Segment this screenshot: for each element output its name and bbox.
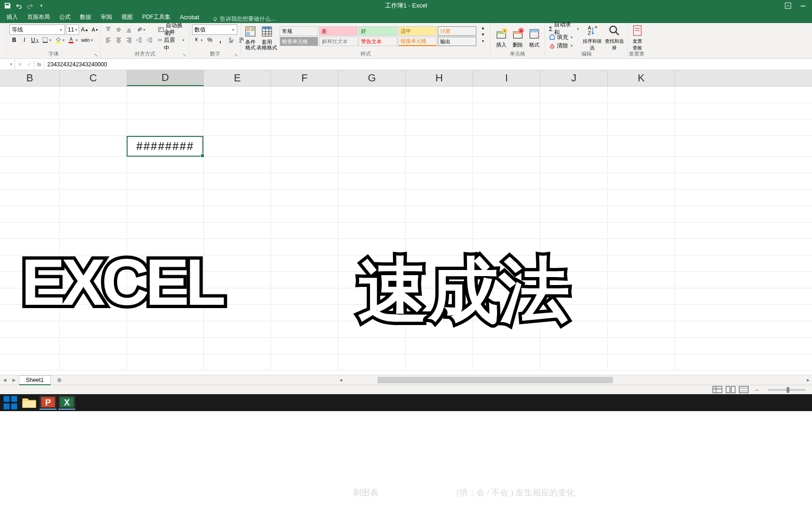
styles-more-icon[interactable]: ▾ — [478, 38, 488, 44]
file-explorer-icon[interactable] — [21, 396, 38, 410]
increase-decimal-icon[interactable]: .0.00 — [226, 35, 235, 45]
name-box[interactable]: ▼ — [0, 59, 15, 70]
tab-data[interactable]: 数据 — [75, 11, 96, 23]
invoice-check-button[interactable]: 发票 查验 — [631, 24, 644, 51]
percent-format-icon[interactable]: % — [205, 35, 215, 45]
sheet-nav-prev-icon[interactable]: ◄ — [0, 377, 9, 383]
cancel-formula-icon[interactable]: ✕ — [15, 59, 24, 70]
qat-customize-icon[interactable]: ▼ — [38, 2, 45, 9]
col-header-G[interactable]: G — [338, 70, 406, 86]
tell-me-search[interactable]: 告诉我您想要做什么... — [212, 15, 275, 23]
col-header-H[interactable]: H — [406, 70, 473, 86]
spreadsheet-grid[interactable]: B C D E F G H I J K ######## EXCEL 速成法 — [0, 70, 812, 375]
col-header-I[interactable]: I — [473, 70, 540, 86]
orientation-icon[interactable]: ab▼ — [135, 24, 147, 35]
sheet-tab-1[interactable]: Sheet1 — [19, 375, 51, 385]
style-normal[interactable]: 常规 — [280, 26, 318, 36]
ribbon-options-icon[interactable] — [785, 2, 791, 9]
zoom-out-icon[interactable]: − — [752, 386, 762, 394]
align-top-icon[interactable] — [104, 24, 113, 35]
number-dialog-launcher[interactable]: ⤡ — [234, 53, 239, 57]
fx-icon[interactable]: fx — [34, 62, 44, 67]
styles-up-icon[interactable]: ▲ — [478, 24, 488, 31]
increase-indent-icon[interactable] — [145, 35, 154, 45]
underline-button[interactable]: U▼ — [30, 35, 40, 45]
find-select-button[interactable]: 查找和选择 — [603, 24, 625, 51]
decrease-font-icon[interactable]: A▼ — [90, 24, 100, 35]
horizontal-scrollbar[interactable] — [349, 377, 804, 383]
col-header-B[interactable]: B — [0, 70, 60, 86]
style-calc[interactable]: 计算 — [438, 26, 476, 36]
excel-icon[interactable]: X — [58, 396, 75, 410]
font-color-button[interactable]: A▼ — [67, 35, 79, 45]
italic-button[interactable]: I — [20, 35, 29, 45]
font-name-selector[interactable]: 等线▼ — [9, 24, 65, 35]
scroll-right-icon[interactable]: ► — [804, 377, 812, 383]
view-normal-icon[interactable] — [712, 386, 723, 394]
accounting-format-icon[interactable]: ¥▼ — [192, 35, 204, 45]
sheet-nav-next-icon[interactable]: ► — [9, 377, 19, 383]
tab-layout[interactable]: 页面布局 — [23, 11, 55, 23]
col-header-D[interactable]: D — [127, 70, 204, 86]
style-explain[interactable]: 解释性文本 — [319, 37, 358, 46]
autosum-button[interactable]: Σ自动求和▼ — [548, 24, 580, 33]
align-bottom-icon[interactable] — [124, 24, 134, 35]
font-dialog-launcher[interactable]: ⤡ — [94, 53, 99, 57]
minimize-icon[interactable] — [800, 2, 806, 9]
insert-cells-button[interactable]: + 插入 — [493, 24, 509, 51]
bold-button[interactable]: B — [9, 35, 19, 45]
phonetic-button[interactable]: wén▼ — [80, 35, 94, 45]
decrease-indent-icon[interactable] — [135, 35, 144, 45]
number-format-selector[interactable]: 数值▼ — [192, 24, 237, 35]
border-button[interactable]: ▼ — [41, 35, 53, 45]
col-header-C[interactable]: C — [60, 70, 127, 86]
col-header-K[interactable]: K — [608, 70, 675, 86]
col-header-F[interactable]: F — [271, 70, 338, 86]
redo-icon[interactable] — [26, 2, 34, 9]
alignment-dialog-launcher[interactable]: ⤡ — [183, 53, 187, 57]
style-neutral[interactable]: 适中 — [398, 26, 437, 36]
clear-button[interactable]: 清除▼ — [548, 41, 580, 50]
sort-filter-button[interactable]: AZ 排序和筛选 — [581, 24, 603, 51]
tab-review[interactable]: 审阅 — [96, 11, 117, 23]
format-as-table-button[interactable]: 套用 表格格式 — [258, 24, 276, 51]
undo-icon[interactable] — [15, 2, 23, 9]
scroll-left-icon[interactable]: ◄ — [337, 377, 345, 383]
view-layout-icon[interactable] — [725, 386, 736, 394]
zoom-slider[interactable] — [768, 389, 805, 391]
style-bad[interactable]: 差 — [319, 26, 358, 36]
style-check[interactable]: 检查单元格 — [280, 37, 318, 46]
style-output[interactable]: 输出 — [438, 37, 476, 46]
tab-view[interactable]: 视图 — [117, 11, 137, 23]
fill-button[interactable]: 填充▼ — [548, 33, 580, 41]
align-left-icon[interactable] — [104, 35, 113, 45]
col-header-E[interactable]: E — [204, 70, 271, 86]
tab-formulas[interactable]: 公式 — [55, 11, 75, 23]
add-sheet-button[interactable]: ⊕ — [55, 375, 64, 385]
style-link[interactable]: 链接单元格 — [398, 37, 437, 46]
style-good[interactable]: 好 — [359, 26, 397, 36]
save-icon[interactable] — [4, 2, 11, 9]
formula-input[interactable]: 2343243242343240000 — [45, 61, 812, 68]
merge-center-button[interactable]: 合并后居中▼ — [157, 35, 186, 45]
comma-format-icon[interactable]: , — [216, 35, 225, 45]
conditional-format-button[interactable]: 条件格式 — [244, 24, 257, 51]
enter-formula-icon[interactable]: ✓ — [24, 59, 34, 70]
format-cells-button[interactable]: 格式 — [526, 24, 542, 51]
style-warn[interactable]: 警告文本 — [359, 37, 397, 46]
selected-cell-value[interactable]: ######## — [127, 136, 204, 156]
align-right-icon[interactable] — [124, 35, 134, 45]
svg-rect-3 — [215, 20, 216, 21]
font-size-selector[interactable]: 11▼ — [66, 24, 79, 35]
start-button[interactable] — [2, 396, 19, 410]
increase-font-icon[interactable]: A▲ — [80, 24, 89, 35]
align-center-icon[interactable] — [114, 35, 123, 45]
styles-down-icon[interactable]: ▼ — [478, 31, 488, 38]
delete-cells-button[interactable]: × 删除 — [510, 24, 525, 51]
col-header-J[interactable]: J — [540, 70, 608, 86]
view-pagebreak-icon[interactable] — [739, 386, 749, 394]
align-middle-icon[interactable] — [114, 24, 123, 35]
fill-color-button[interactable]: ▼ — [54, 35, 66, 45]
tab-insert[interactable]: 插入 — [2, 11, 23, 23]
powerpoint-icon[interactable]: P — [40, 396, 56, 410]
